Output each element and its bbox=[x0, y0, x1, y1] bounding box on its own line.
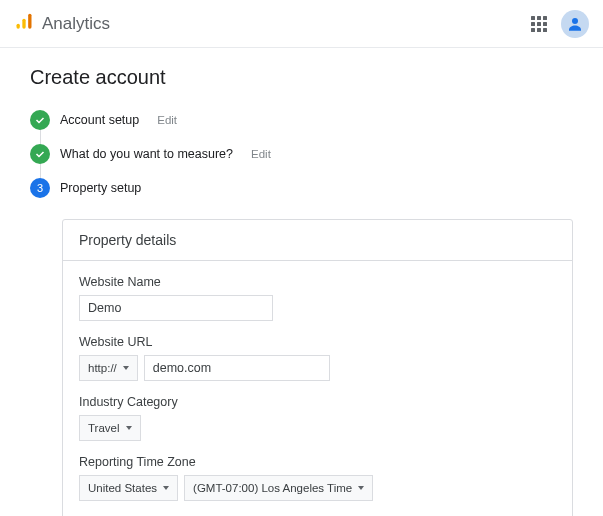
step-number-icon: 3 bbox=[30, 178, 50, 198]
page-title: Create account bbox=[30, 66, 573, 89]
step-label: Account setup bbox=[60, 113, 139, 127]
field-website-url: Website URL http:// bbox=[79, 335, 556, 381]
property-details-card: Property details Website Name Website UR… bbox=[62, 219, 573, 516]
svg-rect-2 bbox=[28, 13, 31, 28]
step-account-setup: Account setup Edit bbox=[30, 103, 573, 137]
tz-value: (GMT-07:00) Los Angeles Time bbox=[193, 482, 352, 494]
chevron-down-icon bbox=[123, 366, 129, 370]
timezone-label: Reporting Time Zone bbox=[79, 455, 556, 469]
logo-wrap: Analytics bbox=[14, 12, 110, 36]
chevron-down-icon bbox=[163, 486, 169, 490]
field-timezone: Reporting Time Zone United States (GMT-0… bbox=[79, 455, 556, 501]
field-website-name: Website Name bbox=[79, 275, 556, 321]
user-avatar[interactable] bbox=[561, 10, 589, 38]
tz-value-select[interactable]: (GMT-07:00) Los Angeles Time bbox=[184, 475, 373, 501]
main-content: Create account Account setup Edit What d… bbox=[0, 48, 603, 516]
chevron-down-icon bbox=[126, 426, 132, 430]
edit-link[interactable]: Edit bbox=[157, 114, 177, 126]
card-title: Property details bbox=[63, 220, 572, 261]
step-label: Property setup bbox=[60, 181, 141, 195]
app-header: Analytics bbox=[0, 0, 603, 48]
step-property-setup: 3 Property setup bbox=[30, 171, 573, 205]
website-name-input[interactable] bbox=[79, 295, 273, 321]
protocol-select[interactable]: http:// bbox=[79, 355, 138, 381]
stepper: Account setup Edit What do you want to m… bbox=[30, 103, 573, 205]
tz-country-value: United States bbox=[88, 482, 157, 494]
field-industry: Industry Category Travel bbox=[79, 395, 556, 441]
apps-icon[interactable] bbox=[531, 16, 547, 32]
checkmark-icon bbox=[30, 144, 50, 164]
app-title: Analytics bbox=[42, 14, 110, 34]
edit-link[interactable]: Edit bbox=[251, 148, 271, 160]
chevron-down-icon bbox=[358, 486, 364, 490]
industry-select[interactable]: Travel bbox=[79, 415, 141, 441]
checkmark-icon bbox=[30, 110, 50, 130]
industry-label: Industry Category bbox=[79, 395, 556, 409]
website-name-label: Website Name bbox=[79, 275, 556, 289]
svg-point-3 bbox=[572, 18, 578, 24]
industry-value: Travel bbox=[88, 422, 120, 434]
svg-rect-0 bbox=[17, 23, 20, 28]
analytics-logo-icon bbox=[14, 12, 34, 36]
website-url-input[interactable] bbox=[144, 355, 330, 381]
website-url-label: Website URL bbox=[79, 335, 556, 349]
tz-country-select[interactable]: United States bbox=[79, 475, 178, 501]
svg-rect-1 bbox=[22, 18, 25, 28]
protocol-value: http:// bbox=[88, 362, 117, 374]
step-measure: What do you want to measure? Edit bbox=[30, 137, 573, 171]
step-label: What do you want to measure? bbox=[60, 147, 233, 161]
